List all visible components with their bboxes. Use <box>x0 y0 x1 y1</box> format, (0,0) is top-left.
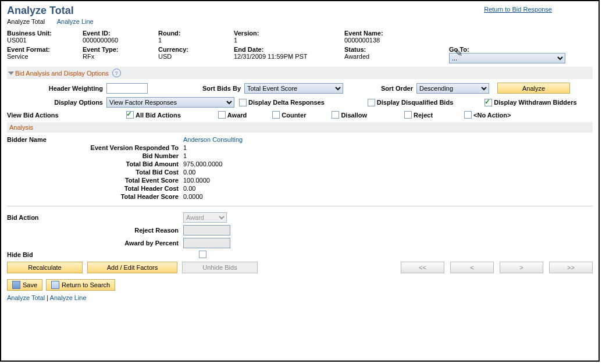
divider <box>7 206 593 206</box>
sort-order-select[interactable]: Descending <box>416 83 489 94</box>
bid-analysis-section-header[interactable]: Bid Analysis and Display Options ? <box>7 67 593 79</box>
total-bid-amount-value: 975,000.0000 <box>183 160 222 167</box>
header-fields-row1: Business Unit:US001 Event ID:0000000060 … <box>7 30 593 44</box>
nav-first-button[interactable]: << <box>401 262 444 273</box>
currency-value: USD <box>158 53 216 60</box>
bidder-link[interactable]: Anderson Consulting <box>183 136 243 143</box>
return-bid-response-link[interactable]: Return to Bid Response <box>484 6 552 13</box>
nav-last-button[interactable]: >> <box>549 262 593 273</box>
sort-order-label: Sort Order <box>343 85 413 92</box>
reject-reason-label: Reject Reason <box>7 227 183 234</box>
display-options-label: Display Options <box>7 99 103 106</box>
footer-links: Analyze Total | Analyze Line <box>7 294 593 301</box>
counter-checkbox[interactable]: Counter <box>272 111 306 119</box>
return-to-search-button[interactable]: Return to Search <box>46 279 115 291</box>
header-weighting-label: Header Weighting <box>7 85 103 92</box>
display-withdrawn-checkbox[interactable]: Display Withdrawn Bidders <box>485 99 576 106</box>
total-bid-amount-label: Total Bid Amount <box>7 160 183 167</box>
goto-label: Go To: <box>449 46 565 53</box>
header-fields-row2: Event Format:Service Event Type:RFx Curr… <box>7 46 593 63</box>
award-checkbox[interactable]: Award <box>218 111 247 119</box>
round-label: Round: <box>158 30 216 37</box>
display-delta-checkbox[interactable]: Display Delta Responses <box>239 99 325 106</box>
total-header-cost-label: Total Header Cost <box>7 185 183 192</box>
nav-prev-button[interactable]: < <box>450 262 494 273</box>
all-bid-actions-checkbox[interactable]: All Bid Actions <box>126 111 181 119</box>
view-bid-actions-label: View Bid Actions <box>7 112 103 119</box>
analyze-button[interactable]: Analyze <box>497 83 570 94</box>
hide-bid-label: Hide Bid <box>7 251 88 258</box>
recalculate-button[interactable]: Recalculate <box>7 262 83 273</box>
event-name-label: Event Name: <box>344 30 402 37</box>
nav-next-button[interactable]: > <box>500 262 543 273</box>
reject-reason-input <box>183 225 230 235</box>
end-date-value: 12/31/2009 11:59PM PST <box>234 53 327 60</box>
display-disqualified-checkbox[interactable]: Display Disqualified Bids <box>368 99 453 106</box>
business-unit-label: Business Unit: <box>7 30 65 37</box>
footer-analyze-line-link[interactable]: Analyze Line <box>50 294 87 301</box>
total-bid-cost-value: 0.00 <box>183 169 195 176</box>
event-id-label: Event ID: <box>83 30 141 37</box>
no-action-checkbox[interactable]: <No Action> <box>464 111 511 119</box>
hide-bid-checkbox[interactable] <box>199 251 206 258</box>
event-format-label: Event Format: <box>7 46 65 53</box>
edit-icon[interactable]: ✎ <box>455 48 462 59</box>
end-date-label: End Date: <box>234 46 327 53</box>
add-edit-factors-button[interactable]: Add / Edit Factors <box>87 262 177 273</box>
event-type-value: RFx <box>83 53 141 60</box>
goto-select[interactable]: ... <box>449 53 565 63</box>
total-header-cost-value: 0.00 <box>183 185 195 192</box>
event-id-value: 0000000060 <box>83 37 141 44</box>
currency-label: Currency: <box>158 46 216 53</box>
total-event-score-value: 100.0000 <box>183 177 210 184</box>
award-percent-input <box>183 238 230 248</box>
business-unit-value: US001 <box>7 37 65 44</box>
bid-action-select: Award <box>183 212 227 223</box>
reject-checkbox[interactable]: Reject <box>404 111 433 119</box>
award-percent-label: Award by Percent <box>7 240 183 247</box>
total-header-score-value: 0.0000 <box>183 193 203 200</box>
analysis-section-header: Analysis <box>7 122 593 133</box>
header-weighting-input[interactable] <box>106 83 148 94</box>
unhide-bids-button: Unhide Bids <box>182 262 258 273</box>
round-value: 1 <box>158 37 216 44</box>
display-options-select[interactable]: View Factor Responses <box>106 97 234 108</box>
tab-analyze-line[interactable]: Analyze Line <box>57 18 94 25</box>
sort-bids-label: Sort Bids By <box>148 85 241 92</box>
tab-analyze-total[interactable]: Analyze Total <box>7 18 45 25</box>
event-format-value: Service <box>7 53 65 60</box>
bid-analysis-section-title: Bid Analysis and Display Options <box>15 70 109 77</box>
sort-bids-select[interactable]: Total Event Score <box>244 83 343 94</box>
event-type-label: Event Type: <box>83 46 141 53</box>
bid-number-label: Bid Number <box>7 152 183 159</box>
save-icon <box>12 281 20 289</box>
bid-number-value: 1 <box>183 152 187 159</box>
save-button[interactable]: Save <box>7 279 42 291</box>
tab-bar: Analyze Total Analyze Line <box>7 18 593 25</box>
total-bid-cost-label: Total Bid Cost <box>7 169 183 176</box>
footer-analyze-total-link[interactable]: Analyze Total <box>7 294 45 301</box>
status-value: Awarded <box>344 53 402 60</box>
total-event-score-label: Total Event Score <box>7 177 183 184</box>
collapse-icon[interactable] <box>8 72 14 75</box>
event-version-value: 1 <box>183 144 187 151</box>
event-name-value: 0000000138 <box>344 37 402 44</box>
event-version-label: Event Version Responded To <box>7 144 183 151</box>
help-icon[interactable]: ? <box>112 69 121 77</box>
total-header-score-label: Total Header Score <box>7 193 183 200</box>
search-icon <box>51 281 59 289</box>
bid-action-label: Bid Action <box>7 214 88 221</box>
status-label: Status: <box>344 46 402 53</box>
bidder-name-label: Bidder Name <box>7 136 183 143</box>
version-value: 1 <box>234 37 327 44</box>
disallow-checkbox[interactable]: Disallow <box>332 111 367 119</box>
version-label: Version: <box>234 30 327 37</box>
